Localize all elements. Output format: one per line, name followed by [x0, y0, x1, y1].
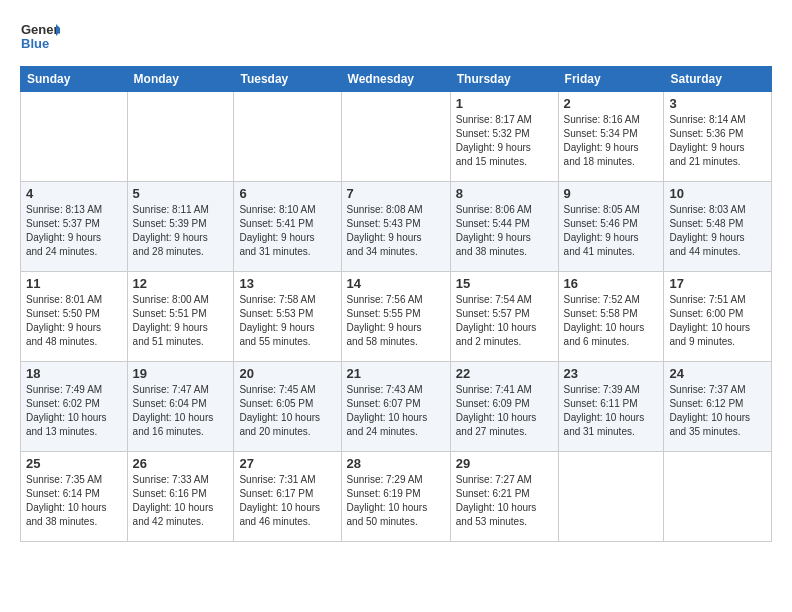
day-info: Sunrise: 7:54 AM Sunset: 5:57 PM Dayligh… [456, 293, 553, 349]
calendar-cell: 4Sunrise: 8:13 AM Sunset: 5:37 PM Daylig… [21, 182, 128, 272]
calendar-cell: 6Sunrise: 8:10 AM Sunset: 5:41 PM Daylig… [234, 182, 341, 272]
day-number: 13 [239, 276, 335, 291]
calendar-cell: 25Sunrise: 7:35 AM Sunset: 6:14 PM Dayli… [21, 452, 128, 542]
calendar-cell: 8Sunrise: 8:06 AM Sunset: 5:44 PM Daylig… [450, 182, 558, 272]
calendar-cell: 15Sunrise: 7:54 AM Sunset: 5:57 PM Dayli… [450, 272, 558, 362]
day-info: Sunrise: 7:49 AM Sunset: 6:02 PM Dayligh… [26, 383, 122, 439]
calendar-cell: 27Sunrise: 7:31 AM Sunset: 6:17 PM Dayli… [234, 452, 341, 542]
day-info: Sunrise: 7:41 AM Sunset: 6:09 PM Dayligh… [456, 383, 553, 439]
day-number: 27 [239, 456, 335, 471]
calendar-cell: 13Sunrise: 7:58 AM Sunset: 5:53 PM Dayli… [234, 272, 341, 362]
day-number: 25 [26, 456, 122, 471]
calendar-cell [558, 452, 664, 542]
calendar-cell [341, 92, 450, 182]
calendar-cell: 5Sunrise: 8:11 AM Sunset: 5:39 PM Daylig… [127, 182, 234, 272]
calendar-cell [21, 92, 128, 182]
day-info: Sunrise: 8:13 AM Sunset: 5:37 PM Dayligh… [26, 203, 122, 259]
calendar-cell: 18Sunrise: 7:49 AM Sunset: 6:02 PM Dayli… [21, 362, 128, 452]
calendar-cell: 1Sunrise: 8:17 AM Sunset: 5:32 PM Daylig… [450, 92, 558, 182]
calendar-cell: 24Sunrise: 7:37 AM Sunset: 6:12 PM Dayli… [664, 362, 772, 452]
day-number: 17 [669, 276, 766, 291]
calendar-cell [127, 92, 234, 182]
calendar-cell: 21Sunrise: 7:43 AM Sunset: 6:07 PM Dayli… [341, 362, 450, 452]
day-number: 10 [669, 186, 766, 201]
header-sunday: Sunday [21, 67, 128, 92]
calendar-cell: 26Sunrise: 7:33 AM Sunset: 6:16 PM Dayli… [127, 452, 234, 542]
day-info: Sunrise: 8:00 AM Sunset: 5:51 PM Dayligh… [133, 293, 229, 349]
header: General Blue [20, 16, 772, 56]
day-info: Sunrise: 7:27 AM Sunset: 6:21 PM Dayligh… [456, 473, 553, 529]
day-number: 14 [347, 276, 445, 291]
calendar-cell: 10Sunrise: 8:03 AM Sunset: 5:48 PM Dayli… [664, 182, 772, 272]
day-number: 29 [456, 456, 553, 471]
day-number: 4 [26, 186, 122, 201]
calendar-table: SundayMondayTuesdayWednesdayThursdayFrid… [20, 66, 772, 542]
calendar-cell: 9Sunrise: 8:05 AM Sunset: 5:46 PM Daylig… [558, 182, 664, 272]
day-number: 8 [456, 186, 553, 201]
day-number: 11 [26, 276, 122, 291]
calendar-header-row: SundayMondayTuesdayWednesdayThursdayFrid… [21, 67, 772, 92]
day-info: Sunrise: 8:11 AM Sunset: 5:39 PM Dayligh… [133, 203, 229, 259]
calendar-cell: 11Sunrise: 8:01 AM Sunset: 5:50 PM Dayli… [21, 272, 128, 362]
calendar-cell: 3Sunrise: 8:14 AM Sunset: 5:36 PM Daylig… [664, 92, 772, 182]
header-thursday: Thursday [450, 67, 558, 92]
day-info: Sunrise: 7:39 AM Sunset: 6:11 PM Dayligh… [564, 383, 659, 439]
day-info: Sunrise: 7:31 AM Sunset: 6:17 PM Dayligh… [239, 473, 335, 529]
day-info: Sunrise: 8:16 AM Sunset: 5:34 PM Dayligh… [564, 113, 659, 169]
day-number: 15 [456, 276, 553, 291]
day-number: 18 [26, 366, 122, 381]
day-number: 19 [133, 366, 229, 381]
header-tuesday: Tuesday [234, 67, 341, 92]
calendar-cell: 12Sunrise: 8:00 AM Sunset: 5:51 PM Dayli… [127, 272, 234, 362]
day-info: Sunrise: 7:52 AM Sunset: 5:58 PM Dayligh… [564, 293, 659, 349]
day-info: Sunrise: 8:05 AM Sunset: 5:46 PM Dayligh… [564, 203, 659, 259]
day-info: Sunrise: 7:45 AM Sunset: 6:05 PM Dayligh… [239, 383, 335, 439]
day-number: 23 [564, 366, 659, 381]
day-number: 7 [347, 186, 445, 201]
calendar-cell: 20Sunrise: 7:45 AM Sunset: 6:05 PM Dayli… [234, 362, 341, 452]
day-info: Sunrise: 7:37 AM Sunset: 6:12 PM Dayligh… [669, 383, 766, 439]
calendar-cell: 2Sunrise: 8:16 AM Sunset: 5:34 PM Daylig… [558, 92, 664, 182]
week-row-2: 11Sunrise: 8:01 AM Sunset: 5:50 PM Dayli… [21, 272, 772, 362]
day-number: 16 [564, 276, 659, 291]
logo: General Blue [20, 16, 60, 56]
day-info: Sunrise: 7:56 AM Sunset: 5:55 PM Dayligh… [347, 293, 445, 349]
day-info: Sunrise: 8:08 AM Sunset: 5:43 PM Dayligh… [347, 203, 445, 259]
calendar-cell: 14Sunrise: 7:56 AM Sunset: 5:55 PM Dayli… [341, 272, 450, 362]
day-info: Sunrise: 8:14 AM Sunset: 5:36 PM Dayligh… [669, 113, 766, 169]
day-number: 28 [347, 456, 445, 471]
calendar-cell: 28Sunrise: 7:29 AM Sunset: 6:19 PM Dayli… [341, 452, 450, 542]
header-wednesday: Wednesday [341, 67, 450, 92]
day-number: 24 [669, 366, 766, 381]
week-row-3: 18Sunrise: 7:49 AM Sunset: 6:02 PM Dayli… [21, 362, 772, 452]
calendar-cell: 7Sunrise: 8:08 AM Sunset: 5:43 PM Daylig… [341, 182, 450, 272]
day-info: Sunrise: 8:17 AM Sunset: 5:32 PM Dayligh… [456, 113, 553, 169]
calendar-cell: 16Sunrise: 7:52 AM Sunset: 5:58 PM Dayli… [558, 272, 664, 362]
calendar-cell: 19Sunrise: 7:47 AM Sunset: 6:04 PM Dayli… [127, 362, 234, 452]
calendar-cell: 29Sunrise: 7:27 AM Sunset: 6:21 PM Dayli… [450, 452, 558, 542]
calendar-cell: 17Sunrise: 7:51 AM Sunset: 6:00 PM Dayli… [664, 272, 772, 362]
calendar-cell: 23Sunrise: 7:39 AM Sunset: 6:11 PM Dayli… [558, 362, 664, 452]
day-number: 6 [239, 186, 335, 201]
logo-svg: General Blue [20, 16, 60, 56]
day-info: Sunrise: 7:35 AM Sunset: 6:14 PM Dayligh… [26, 473, 122, 529]
day-number: 12 [133, 276, 229, 291]
day-info: Sunrise: 7:43 AM Sunset: 6:07 PM Dayligh… [347, 383, 445, 439]
day-info: Sunrise: 8:06 AM Sunset: 5:44 PM Dayligh… [456, 203, 553, 259]
week-row-0: 1Sunrise: 8:17 AM Sunset: 5:32 PM Daylig… [21, 92, 772, 182]
day-info: Sunrise: 8:01 AM Sunset: 5:50 PM Dayligh… [26, 293, 122, 349]
day-info: Sunrise: 7:33 AM Sunset: 6:16 PM Dayligh… [133, 473, 229, 529]
header-saturday: Saturday [664, 67, 772, 92]
day-number: 5 [133, 186, 229, 201]
day-number: 1 [456, 96, 553, 111]
day-number: 22 [456, 366, 553, 381]
week-row-1: 4Sunrise: 8:13 AM Sunset: 5:37 PM Daylig… [21, 182, 772, 272]
calendar-cell: 22Sunrise: 7:41 AM Sunset: 6:09 PM Dayli… [450, 362, 558, 452]
day-info: Sunrise: 8:10 AM Sunset: 5:41 PM Dayligh… [239, 203, 335, 259]
day-number: 21 [347, 366, 445, 381]
day-number: 20 [239, 366, 335, 381]
day-number: 3 [669, 96, 766, 111]
header-monday: Monday [127, 67, 234, 92]
calendar-cell [234, 92, 341, 182]
day-number: 26 [133, 456, 229, 471]
